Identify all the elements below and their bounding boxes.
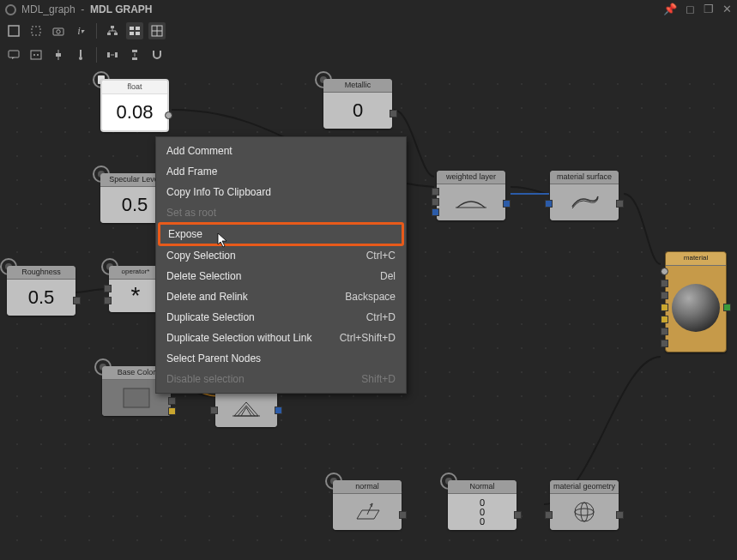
ctx-add-frame[interactable]: Add Frame [156,161,406,182]
layout-align-icon[interactable] [126,22,143,39]
v-distribute-icon[interactable] [126,46,143,63]
output-port[interactable] [723,304,731,311]
ctx-label: Copy Info To Clipboard [166,186,271,198]
restore-icon[interactable]: ❐ [704,3,714,15]
fit-selection-icon[interactable] [27,22,45,39]
ctx-duplicate-nolink[interactable]: Duplicate Selection without Link Ctrl+Sh… [156,328,406,348]
ctx-duplicate-selection[interactable]: Duplicate Selection Ctrl+D [156,307,406,328]
ctx-label: Disable selection [166,373,245,385]
ctx-label: Expose [168,228,202,240]
input-port[interactable] [661,328,668,335]
input-port[interactable] [432,198,439,206]
brdf-fan-icon [231,399,262,419]
grid-icon[interactable] [148,22,166,39]
input-port[interactable] [661,280,668,287]
output-port[interactable] [165,111,172,119]
input-port[interactable] [661,292,668,299]
svg-rect-0 [9,26,19,36]
svg-rect-9 [130,32,134,35]
ctx-expose[interactable]: Expose [158,222,404,246]
output-port[interactable] [73,297,81,304]
input-port[interactable] [545,511,553,519]
node-float[interactable]: float 0.08 [100,79,169,132]
fit-view-icon[interactable] [5,22,22,39]
ctx-copy-selection[interactable]: Copy Selection Ctrl+C [156,245,406,266]
svg-rect-6 [114,33,118,35]
input-port[interactable] [545,200,553,208]
node-weighted-layer[interactable]: weighted layer [437,171,505,220]
input-port[interactable] [661,268,668,275]
svg-rect-18 [56,53,61,57]
ctx-delete-relink[interactable]: Delete and Relink Backspace [156,286,406,307]
node-material-surface[interactable]: material surface [550,171,619,220]
comment-icon[interactable] [5,46,22,63]
node-value: 0 0 0 [448,494,517,530]
node-operator-multiply[interactable]: operator* * [109,266,162,312]
output-port[interactable] [390,110,397,117]
output-port[interactable] [514,511,522,519]
basecolor-swatch-icon [123,388,150,408]
node-metallic[interactable]: Metallic 0 [323,79,392,129]
output-port[interactable] [168,397,176,405]
output-port[interactable] [399,511,407,519]
svg-rect-24 [132,50,137,52]
output-port[interactable] [616,200,624,208]
svg-point-16 [33,54,35,56]
vec-y: 0 [480,508,485,517]
ctx-label: Select Parent Nodes [166,352,261,364]
snapshot-icon[interactable] [50,22,67,39]
svg-rect-25 [132,57,137,60]
input-port[interactable] [661,304,668,311]
input-port[interactable] [104,285,112,292]
input-port[interactable] [661,340,668,347]
input-port[interactable] [432,188,439,196]
toolbar-secondary [0,43,737,67]
node-header: material [666,252,726,266]
vec-x: 0 [480,498,485,508]
svg-point-31 [581,503,588,521]
svg-rect-2 [53,28,63,35]
snap-icon[interactable] [148,46,166,63]
output-port[interactable] [503,200,510,208]
input-port[interactable] [432,208,439,216]
svg-rect-4 [111,26,114,28]
expose-pin-icon[interactable] [72,46,89,63]
context-menu[interactable]: Add Comment Add Frame Copy Info To Clipb… [155,136,407,394]
ctx-shortcut: Del [380,270,396,282]
node-header: Roughness [7,266,76,280]
ctx-copy-info[interactable]: Copy Info To Clipboard [156,182,406,202]
close-icon[interactable]: ✕ [722,3,732,15]
vector-plane-icon [352,500,383,524]
ctx-label: Delete Selection [166,270,241,282]
node-roughness[interactable]: Roughness 0.5 [7,266,76,316]
window-title: MDL_graph - MDL GRAPH [21,3,153,15]
output-port[interactable] [616,511,624,519]
ctx-shortcut: Ctrl+D [366,311,396,323]
input-port[interactable] [661,316,668,323]
window-controls: 📌 ◻ ❐ ✕ [663,3,732,15]
layout-hierarchy-icon[interactable] [104,22,121,39]
ctx-add-comment[interactable]: Add Comment [156,141,406,161]
output-port[interactable] [275,406,282,414]
maximize-icon[interactable]: ◻ [686,3,695,15]
title-suffix: MDL GRAPH [90,3,152,15]
node-body [666,266,726,350]
ctx-delete-selection[interactable]: Delete Selection Del [156,266,406,286]
node-header: weighted layer [437,171,505,184]
frame-icon[interactable] [27,46,45,63]
node-header: Metallic [323,79,392,93]
node-header: float [102,81,167,94]
pin-node-icon[interactable] [50,46,67,63]
pin-icon[interactable]: 📌 [663,3,677,15]
node-normal[interactable]: normal [333,480,402,530]
output-port[interactable] [168,407,176,415]
input-port[interactable] [104,297,112,304]
info-icon[interactable]: i▾ [72,22,89,39]
input-port[interactable] [210,406,218,414]
ctx-shortcut: Backspace [345,291,396,303]
node-material-output[interactable]: material [665,251,727,352]
h-distribute-icon[interactable] [104,46,121,63]
node-normal-value[interactable]: Normal 0 0 0 [448,480,517,530]
ctx-select-parents[interactable]: Select Parent Nodes [156,348,406,369]
node-material-geometry[interactable]: material geometry [550,480,619,530]
